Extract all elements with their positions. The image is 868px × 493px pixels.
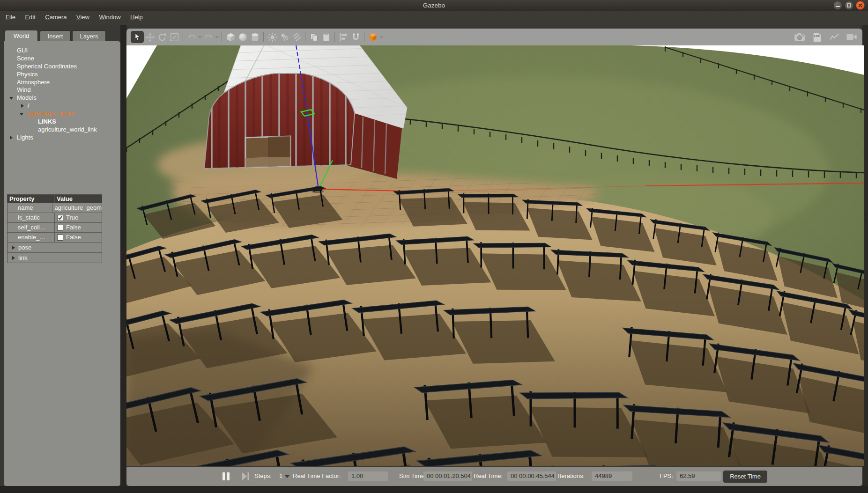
log-file-icon: LOG [813, 32, 822, 42]
steps-value[interactable]: 1 [279, 472, 282, 479]
redo-button[interactable] [202, 31, 215, 43]
tab-insert[interactable]: Insert [40, 30, 71, 41]
property-table-header: Property Value [7, 195, 102, 203]
box-icon [226, 32, 236, 42]
collapse-arrow-icon[interactable] [21, 104, 24, 108]
paste-button[interactable] [320, 31, 332, 43]
tree-item-scene[interactable]: Scene [4, 55, 120, 63]
sphere-icon [238, 32, 248, 42]
tree-item-lights[interactable]: Lights [4, 134, 120, 142]
reset-time-button[interactable]: Reset Time [723, 471, 767, 483]
menu-help[interactable]: Help [126, 11, 147, 21]
property-row-enable-wind[interactable]: enable_… False [7, 232, 102, 242]
property-row-is-static[interactable]: is_static True [7, 213, 102, 222]
toolbar-separator [183, 32, 183, 42]
tree-item-spherical-coordinates[interactable]: Spherical Coordinates [4, 63, 120, 71]
align-button[interactable] [337, 31, 349, 43]
chevron-down-icon [379, 36, 383, 38]
menu-camera[interactable]: Camera [41, 11, 70, 21]
tree-item-models[interactable]: Models [4, 94, 120, 102]
collapse-arrow-icon[interactable] [10, 136, 13, 140]
tree-item-atmosphere[interactable]: Atmosphere [4, 79, 120, 87]
view-angle-button[interactable] [367, 31, 379, 43]
fps-field: 62.59 [676, 471, 721, 481]
tree-item-wind[interactable]: Wind [4, 86, 120, 94]
tree-item-agriculture-world-link[interactable]: agriculture_world_link [4, 126, 120, 134]
spot-light-button[interactable] [278, 31, 290, 43]
snap-button[interactable] [349, 31, 362, 43]
scale-tool-button[interactable] [168, 31, 180, 43]
plot-button[interactable] [828, 31, 840, 43]
undo-icon [187, 32, 197, 42]
sim-time-field: 00 00:01:20.504 [423, 471, 472, 481]
tree-item-physics[interactable]: Physics [4, 71, 120, 79]
undo-button[interactable] [185, 31, 198, 43]
tree-item-links[interactable]: LINKS [4, 118, 120, 126]
menu-window[interactable]: Window [95, 11, 124, 21]
directional-light-icon [292, 32, 302, 42]
tab-world[interactable]: World [5, 30, 38, 41]
property-row-self-collide[interactable]: self_coll… False [7, 222, 102, 232]
titlebar[interactable]: Gazebo [0, 0, 868, 11]
property-row-name[interactable]: name agriculture_geom [7, 203, 102, 213]
expand-arrow-icon[interactable] [20, 113, 23, 116]
steps-dropdown-icon[interactable] [285, 475, 289, 478]
world-panel: GUI Scene Spherical Coordinates Physics … [4, 41, 120, 486]
chart-icon [829, 33, 839, 41]
chevron-down-icon [215, 36, 219, 38]
step-button[interactable] [242, 472, 250, 482]
property-group-link[interactable]: link [7, 252, 102, 263]
tree-item-gui[interactable]: GUI [4, 47, 120, 55]
pause-icon [223, 472, 225, 480]
undo-history-dropdown[interactable] [198, 36, 202, 38]
tab-layers[interactable]: Layers [72, 30, 106, 41]
log-record-button[interactable]: LOG [811, 31, 823, 43]
insert-cylinder-button[interactable] [249, 31, 261, 43]
menu-view[interactable]: View [73, 11, 93, 21]
view-cube-icon [368, 32, 378, 42]
expand-arrow-icon[interactable] [9, 97, 13, 100]
3d-viewport-scene[interactable] [126, 45, 864, 466]
collapse-arrow-icon[interactable] [12, 256, 15, 260]
close-button[interactable] [856, 1, 865, 10]
minimize-icon [836, 3, 840, 7]
point-light-button[interactable] [266, 31, 278, 43]
checkbox-unchecked[interactable] [57, 225, 63, 231]
directional-light-button[interactable] [290, 31, 303, 43]
tree-item-root-model[interactable]: / [4, 102, 120, 110]
view-angle-dropdown[interactable] [379, 36, 384, 38]
rotate-tool-button[interactable] [156, 31, 168, 43]
menu-edit[interactable]: Edit [21, 11, 39, 21]
insert-sphere-button[interactable] [237, 31, 249, 43]
checkbox-unchecked[interactable] [57, 235, 63, 241]
collapse-arrow-icon[interactable] [12, 246, 15, 250]
video-record-button[interactable] [846, 31, 858, 43]
property-group-pose[interactable]: pose [7, 242, 102, 252]
cylinder-icon [250, 32, 260, 42]
magnet-icon [351, 32, 361, 42]
scale-icon [170, 32, 179, 42]
iterations-label: Iterations: [558, 472, 585, 479]
minimize-button[interactable] [833, 1, 842, 10]
splitter-handle-dots[interactable] [120, 254, 126, 265]
rtf-field[interactable]: 1.00 [348, 471, 388, 481]
insert-box-button[interactable] [224, 31, 237, 43]
select-tool-button[interactable] [131, 31, 144, 43]
maximize-button[interactable] [845, 1, 853, 10]
translate-tool-button[interactable] [144, 31, 156, 43]
menu-file[interactable]: File [2, 11, 19, 21]
arrow-cursor-icon [133, 32, 142, 42]
copy-button[interactable] [308, 31, 320, 43]
rotate-icon [157, 32, 167, 42]
checkbox-checked[interactable] [57, 215, 63, 221]
close-icon [858, 3, 862, 7]
redo-history-dropdown[interactable] [215, 36, 219, 38]
tree-item-agriculture-geom[interactable]: agriculture_geom [4, 110, 120, 118]
screenshot-button[interactable] [794, 31, 806, 43]
fps-label: FPS: [660, 472, 673, 479]
window-bottom-edge [0, 486, 868, 493]
toolbar-separator [222, 32, 222, 42]
panel-splitter[interactable] [120, 25, 126, 493]
pause-button[interactable] [223, 472, 230, 482]
redo-icon [204, 32, 214, 42]
